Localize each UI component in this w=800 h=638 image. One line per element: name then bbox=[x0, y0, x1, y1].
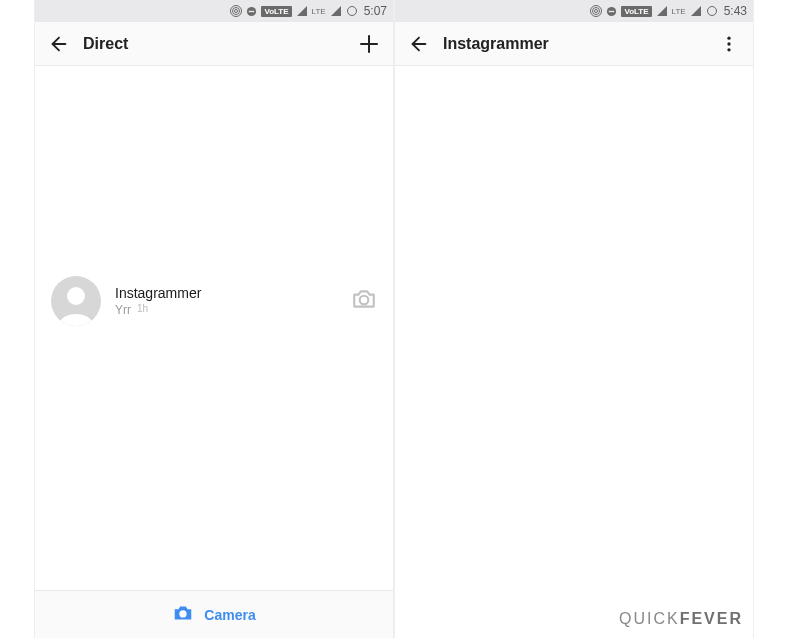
watermark-thin: QUICK bbox=[619, 610, 680, 627]
svg-point-11 bbox=[180, 610, 187, 617]
svg-point-5 bbox=[347, 7, 356, 16]
phone-left: VoLTE LTE 5:07 Direct bbox=[34, 0, 394, 638]
hotspot-icon bbox=[590, 5, 602, 17]
back-button[interactable] bbox=[405, 30, 433, 58]
volte-badge: VoLTE bbox=[621, 6, 651, 17]
conversation-text: Instagrammer Yrr 1h bbox=[115, 285, 351, 317]
page-title: Direct bbox=[83, 35, 128, 53]
battery-icon bbox=[346, 5, 358, 17]
camera-bar[interactable]: Camera bbox=[35, 590, 393, 638]
volte-badge: VoLTE bbox=[261, 6, 291, 17]
svg-point-1 bbox=[233, 8, 240, 15]
new-message-button[interactable] bbox=[355, 30, 383, 58]
header: Instagrammer bbox=[395, 22, 753, 66]
svg-point-21 bbox=[727, 48, 730, 51]
signal-icon-1 bbox=[656, 5, 668, 17]
svg-point-17 bbox=[707, 7, 716, 16]
svg-point-0 bbox=[235, 10, 238, 13]
svg-point-19 bbox=[727, 36, 730, 39]
avatar bbox=[51, 276, 101, 326]
svg-point-20 bbox=[727, 42, 730, 45]
status-clock: 5:43 bbox=[724, 4, 747, 18]
camera-icon bbox=[172, 602, 194, 627]
conversation-row[interactable]: Instagrammer Yrr 1h bbox=[35, 276, 393, 326]
svg-rect-4 bbox=[249, 10, 255, 11]
signal-icon-2 bbox=[330, 5, 342, 17]
dnd-icon bbox=[246, 6, 257, 17]
chat-content: QUICKFEVER bbox=[395, 66, 753, 638]
signal-icon-1 bbox=[296, 5, 308, 17]
status-bar: VoLTE LTE 5:07 bbox=[35, 0, 393, 22]
hotspot-icon bbox=[230, 5, 242, 17]
svg-point-9 bbox=[67, 287, 85, 305]
watermark-bold: FEVER bbox=[680, 610, 743, 627]
svg-point-10 bbox=[360, 296, 369, 305]
signal-label: LTE bbox=[672, 7, 686, 16]
conversation-preview: Yrr bbox=[115, 303, 131, 317]
page-title: Instagrammer bbox=[443, 35, 549, 53]
status-clock: 5:07 bbox=[364, 4, 387, 18]
svg-rect-16 bbox=[609, 10, 615, 11]
battery-icon bbox=[706, 5, 718, 17]
signal-icon-2 bbox=[690, 5, 702, 17]
conversation-list: Instagrammer Yrr 1h bbox=[35, 66, 393, 590]
conversation-time: 1h bbox=[137, 303, 148, 317]
header: Direct bbox=[35, 22, 393, 66]
dnd-icon bbox=[606, 6, 617, 17]
svg-point-13 bbox=[593, 8, 600, 15]
camera-icon[interactable] bbox=[351, 286, 377, 316]
status-bar: VoLTE LTE 5:43 bbox=[395, 0, 753, 22]
more-options-button[interactable] bbox=[715, 30, 743, 58]
phone-right: VoLTE LTE 5:43 Instagrammer bbox=[394, 0, 754, 638]
camera-label: Camera bbox=[204, 607, 255, 623]
conversation-name: Instagrammer bbox=[115, 285, 351, 301]
back-button[interactable] bbox=[45, 30, 73, 58]
svg-point-12 bbox=[595, 10, 598, 13]
watermark: QUICKFEVER bbox=[619, 610, 743, 628]
signal-label: LTE bbox=[312, 7, 326, 16]
